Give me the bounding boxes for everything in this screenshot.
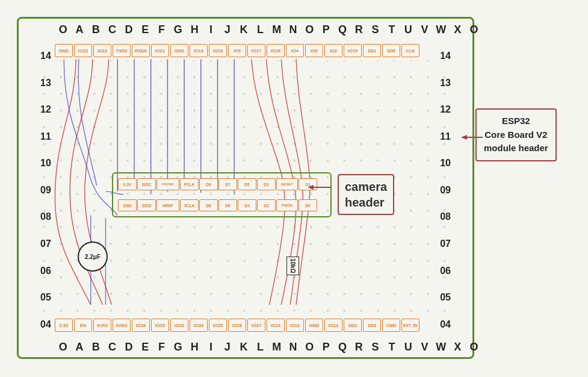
row-10-left: 10	[40, 158, 51, 169]
cam-pin-d4: D4	[238, 199, 256, 211]
row-10-right: 10	[440, 158, 451, 169]
pin-33v-bot: 3.3V	[55, 319, 73, 332]
col-t-bot: T	[383, 341, 400, 354]
pin-io17: IO17	[247, 44, 265, 57]
pin-io14: IO14	[267, 319, 285, 332]
col-t-top: T	[383, 23, 400, 36]
pin-io18: IO18	[209, 44, 227, 57]
pin-clk: CLK	[401, 44, 419, 57]
pin-svn3: SVN/3	[113, 319, 131, 332]
col-o-left-bot: O	[55, 341, 71, 354]
pin-io33: IO33	[190, 319, 208, 332]
pin-cmd: CMD	[382, 319, 400, 332]
col-u-bot: U	[400, 341, 416, 354]
cam-pin-vsync: VSYNC	[156, 178, 179, 190]
cam-pin-sidc: SIDC	[137, 178, 156, 190]
outer-board: O A B C D E F G H I J K L M N O P Q R S …	[17, 17, 474, 359]
cam-pin-href: HREF	[156, 199, 179, 211]
row-05-left: 05	[40, 292, 51, 303]
cam-pin-d7: D7	[218, 178, 237, 190]
camera-header-arrow	[332, 178, 356, 196]
col-v-bot: V	[416, 341, 433, 354]
row-14-left: 14	[40, 51, 51, 61]
col-r-bot: R	[351, 341, 367, 354]
cam-pin-d1: D1	[299, 178, 317, 190]
row-13-right: 13	[440, 78, 451, 89]
pin-io19: IO19	[190, 44, 208, 57]
row-07-right: 07	[440, 238, 451, 249]
cam-pin-d3: D3	[257, 178, 276, 190]
col-p-top: P	[318, 23, 334, 36]
cam-pin-reset: RESET	[276, 178, 298, 190]
row-nums-left: 14 13 12 11 10 09 08 07 06 05 04	[40, 43, 51, 338]
row-11-left: 11	[40, 131, 51, 142]
main-container: O A B C D E F G H I J K L M N O P Q R S …	[0, 0, 588, 377]
row-05-right: 05	[440, 292, 451, 303]
pin-io12: IO12	[286, 319, 304, 332]
col-m-top: M	[268, 23, 285, 36]
pin-io2: IO2	[324, 44, 342, 57]
pin-sd3: SD3	[363, 319, 381, 332]
cam-pin-d9: D9	[199, 178, 218, 190]
col-e-bot: E	[137, 341, 153, 354]
col-i-top: I	[203, 23, 219, 36]
col-d-top: D	[120, 23, 137, 36]
col-s-top: S	[367, 23, 383, 36]
col-p-bot: P	[318, 341, 334, 354]
pin-sd1: SD1	[363, 44, 381, 57]
camera-pin-row-bottom: GND SIOD HREF XCLK D8 D6 D4 D2 PWDN D0	[118, 199, 317, 211]
row-08-left: 08	[40, 211, 51, 222]
col-u-top: U	[400, 23, 416, 36]
top-pin-row: GND IO23 IO22 TXD0 RXD0 IO21 GND IO19 IO…	[55, 44, 419, 57]
cam-pin-d5: D5	[238, 178, 256, 190]
pin-io25: IO25	[209, 319, 227, 332]
pin-io32: IO32	[170, 319, 188, 332]
cam-pin-xclk: XCLK	[180, 199, 199, 211]
pin-io5: IO5	[228, 44, 246, 57]
pin-io35: IO35	[151, 319, 169, 332]
pin-io13: IO13	[324, 319, 342, 332]
col-k-top: K	[235, 23, 252, 36]
row-04-left: 04	[40, 319, 51, 330]
col-x-top: X	[450, 23, 466, 36]
row-12-right: 12	[440, 104, 451, 115]
cam-pin-d6: D6	[218, 199, 237, 211]
cam-pin-d2: D2	[257, 199, 276, 211]
col-labels-top: O A B C D E F G H I J K L M N O P Q R S …	[55, 23, 482, 36]
esp32-arrow	[471, 131, 483, 143]
col-i-bot: I	[203, 341, 219, 354]
col-k-bot: K	[235, 341, 252, 354]
col-h-top: H	[187, 23, 203, 36]
camera-header-box: 3.3V SIDC VSYNC PCLK D9 D7 D5 D3 RESET D…	[112, 172, 332, 217]
cam-pin-siod: SIOD	[137, 199, 156, 211]
col-g-top: G	[170, 23, 186, 36]
pin-io15: IO15	[344, 44, 362, 57]
cam-pin-gnd: GND	[118, 199, 137, 211]
pin-gnd-top: GND	[55, 44, 73, 57]
col-e-top: E	[137, 23, 153, 36]
col-w-top: W	[433, 23, 449, 36]
col-o3-top: O	[466, 23, 482, 36]
pin-io34: IO34	[132, 319, 150, 332]
row-14-right: 14	[440, 51, 451, 61]
col-a-top: A	[71, 23, 87, 36]
row-09-right: 09	[440, 185, 451, 196]
pin-gnd-bot: GND	[305, 319, 323, 332]
row-04-right: 04	[440, 319, 451, 330]
col-c-bot: C	[104, 341, 120, 354]
pin-svp3: SVP/3	[93, 319, 111, 332]
row-06-left: 06	[40, 266, 51, 276]
capacitor-label: 2.2μF	[78, 241, 108, 272]
pin-sd0: SD0	[382, 44, 400, 57]
col-n-bot: N	[285, 341, 301, 354]
col-m-bot: M	[268, 341, 285, 354]
pin-io0: IO0	[305, 44, 323, 57]
col-labels-bottom: O A B C D E F G H I J K L M N O P Q R S …	[55, 341, 482, 354]
col-c-top: C	[104, 23, 120, 36]
col-a-bot: A	[71, 341, 87, 354]
row-09-left: 09	[40, 185, 51, 196]
col-h-bot: H	[187, 341, 203, 354]
resistor-label: 10kΩ	[286, 257, 299, 275]
col-l-bot: L	[252, 341, 268, 354]
row-12-left: 12	[40, 104, 51, 115]
